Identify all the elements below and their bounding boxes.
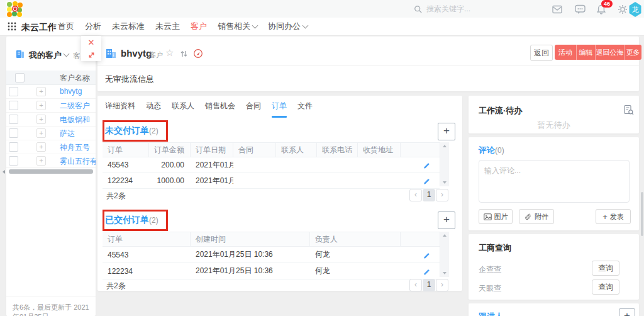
- customer-row[interactable]: + 萨达: [6, 126, 96, 140]
- tab-opportunities[interactable]: 销售机会: [205, 101, 235, 111]
- apps-grid-icon[interactable]: [8, 22, 16, 31]
- row-checkbox[interactable]: [9, 142, 18, 152]
- owner: 何龙: [310, 266, 401, 276]
- col-order: 订单: [103, 143, 149, 157]
- row-checkbox[interactable]: [9, 156, 18, 166]
- expand-icon[interactable]: +: [36, 128, 46, 138]
- table-vscrollbar[interactable]: [440, 142, 449, 186]
- undelivered-section-title: 未交付订单(2): [105, 125, 158, 137]
- current-page[interactable]: 1: [423, 189, 435, 201]
- marker-icon[interactable]: [193, 48, 203, 59]
- divider: [53, 22, 53, 31]
- nav-item-main[interactable]: 未云主: [155, 21, 180, 32]
- scroll-up-arrow[interactable]: [443, 145, 447, 147]
- chat-icon[interactable]: [575, 4, 586, 14]
- list-view-title[interactable]: 我的客户: [29, 50, 62, 61]
- detail-tabs: 详细资料 动态 联系人 销售机会 合同 订单 文件: [105, 101, 313, 111]
- row-checkbox[interactable]: [9, 115, 18, 124]
- scroll-down-arrow[interactable]: [443, 181, 447, 184]
- current-page[interactable]: 1: [423, 279, 435, 291]
- scroll-down-arrow[interactable]: [443, 272, 447, 274]
- add-follower-button[interactable]: +: [619, 308, 635, 316]
- return-to-pool-button[interactable]: 退回公海: [595, 45, 624, 60]
- tab-details[interactable]: 详细资料: [105, 101, 135, 111]
- select-all-checkbox[interactable]: [15, 73, 25, 82]
- prev-page-button[interactable]: ‹: [409, 189, 422, 201]
- edit-button[interactable]: 编辑: [576, 45, 595, 60]
- workflow-search-icon[interactable]: [623, 104, 634, 115]
- tab-activity[interactable]: 动态: [146, 101, 161, 111]
- activity-button[interactable]: 活动: [555, 45, 576, 60]
- order-link[interactable]: 122234: [103, 267, 191, 276]
- table-vscrollbar[interactable]: [440, 232, 449, 277]
- nav-item-customers[interactable]: 客户: [191, 21, 207, 32]
- mail-icon[interactable]: [552, 5, 562, 14]
- scroll-up-arrow[interactable]: [443, 234, 447, 237]
- search-placeholder: 搜索关键字...: [426, 4, 470, 14]
- image-button[interactable]: 图片: [479, 209, 513, 224]
- transfer-icon[interactable]: [180, 50, 188, 58]
- delivered-section-title: 已交付订单(2): [105, 215, 158, 226]
- edit-pencil-icon[interactable]: [401, 268, 440, 275]
- comment-input[interactable]: [479, 160, 630, 203]
- nav-item-sales[interactable]: 销售相关: [218, 21, 257, 32]
- avatar[interactable]: 龙: [628, 2, 642, 17]
- row-checkbox[interactable]: [9, 101, 18, 110]
- nav-item-home[interactable]: 首页: [58, 21, 74, 32]
- order-link[interactable]: 122234: [103, 176, 149, 185]
- tab-contacts[interactable]: 联系人: [172, 101, 194, 111]
- hscroll-left-arrow[interactable]: [3, 170, 5, 174]
- horizontal-scrollbar[interactable]: [9, 169, 93, 174]
- edit-pencil-icon[interactable]: [401, 161, 440, 169]
- owner: 何龙: [310, 249, 401, 260]
- customer-link[interactable]: 雾山五行有限: [60, 156, 96, 167]
- customer-link[interactable]: 神舟五号: [60, 142, 90, 153]
- col-created: 创建时间: [191, 232, 310, 246]
- customer-row[interactable]: + 二级客户: [6, 98, 96, 113]
- back-button[interactable]: 返回: [530, 45, 553, 61]
- row-checkbox[interactable]: [9, 128, 18, 138]
- expand-diagonal-icon[interactable]: [87, 51, 96, 59]
- nav-item-collab[interactable]: 协同办公: [268, 21, 308, 32]
- customer-row[interactable]: + 雾山五行有限: [6, 154, 96, 168]
- customer-row[interactable]: + bhvytg: [6, 84, 96, 99]
- customer-link[interactable]: 二级客户: [60, 101, 90, 111]
- add-order-button[interactable]: +: [438, 123, 455, 140]
- expand-icon[interactable]: +: [36, 115, 46, 124]
- qichacha-query-button[interactable]: 查询: [592, 261, 619, 276]
- customer-row[interactable]: + 电饭锅和: [6, 112, 96, 127]
- prev-page-button[interactable]: ‹: [409, 279, 422, 291]
- page-vertical-scrollbar[interactable]: [641, 192, 643, 236]
- expand-icon[interactable]: +: [36, 101, 46, 110]
- customer-row[interactable]: + 神舟五号: [6, 140, 96, 154]
- more-button[interactable]: 更多: [624, 45, 641, 60]
- next-page-button[interactable]: ›: [436, 279, 448, 291]
- tab-files[interactable]: 文件: [297, 101, 313, 111]
- expand-icon[interactable]: +: [36, 142, 46, 152]
- customer-link[interactable]: 萨达: [60, 128, 75, 139]
- chevron-down-icon[interactable]: [64, 51, 70, 57]
- app-logo[interactable]: [6, 1, 23, 17]
- edit-pencil-icon[interactable]: [401, 251, 440, 259]
- close-icon[interactable]: ✕: [88, 38, 95, 47]
- customer-link[interactable]: bhvytg: [60, 87, 82, 96]
- tab-contracts[interactable]: 合同: [246, 101, 261, 111]
- tab-orders[interactable]: 订单: [272, 101, 287, 111]
- next-page-button[interactable]: ›: [436, 189, 448, 201]
- order-link[interactable]: 45543: [103, 161, 149, 169]
- edit-pencil-icon[interactable]: [401, 177, 440, 184]
- expand-icon[interactable]: +: [36, 156, 46, 166]
- customer-link[interactable]: 电饭锅和: [60, 115, 90, 125]
- expand-icon[interactable]: +: [36, 87, 46, 96]
- order-link[interactable]: 45543: [103, 251, 191, 259]
- add-order-button[interactable]: +: [438, 212, 455, 229]
- star-icon[interactable]: ☆: [165, 47, 174, 59]
- nav-item-analysis[interactable]: 分析: [85, 21, 101, 32]
- publish-button[interactable]: + 发表: [596, 209, 631, 224]
- global-search[interactable]: 搜索关键字...: [414, 4, 470, 14]
- row-checkbox[interactable]: [9, 87, 18, 96]
- attachment-button[interactable]: 附件: [519, 209, 554, 224]
- gear-icon[interactable]: [618, 4, 628, 14]
- nav-item-standard[interactable]: 未云标准: [112, 21, 145, 32]
- tianyancha-query-button[interactable]: 查询: [592, 279, 619, 295]
